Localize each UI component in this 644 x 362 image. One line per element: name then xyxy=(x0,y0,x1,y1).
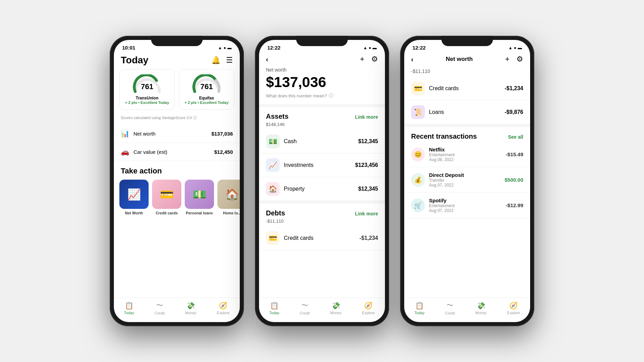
direct-deposit-amount: $500.00 xyxy=(505,177,523,183)
back-button-3[interactable]: ‹ xyxy=(411,55,414,63)
status-icons-2: ▲ ● ▬ xyxy=(363,45,377,50)
nav-explore-3[interactable]: 🧭 Explore xyxy=(507,301,520,315)
assets-link[interactable]: Link more xyxy=(355,114,378,120)
nav-explore-2[interactable]: 🧭 Explore xyxy=(362,301,375,315)
nav-today-3[interactable]: 📋 Today xyxy=(415,301,425,315)
scores-note: Scores calculated using VantageScore 3.0… xyxy=(114,115,240,125)
equifax-change: + 2 pts • Excellent Today xyxy=(184,100,228,105)
signal-icon-3: ▲ xyxy=(508,45,513,50)
nav-today-1[interactable]: 📋 Today xyxy=(124,301,134,315)
money-icon-1: 💸 xyxy=(186,301,195,310)
netflix-sub: Entertainment xyxy=(429,152,455,157)
spotify-sub: Entertainment xyxy=(429,203,455,208)
direct-deposit-name: Direct Deposit xyxy=(429,172,464,178)
loans-card-label: Personal loans xyxy=(186,211,213,215)
explore-icon-2: 🧭 xyxy=(364,301,373,310)
status-time-2: 12:22 xyxy=(267,45,280,51)
nav-credit-3[interactable]: 〜 Credit xyxy=(445,301,455,315)
transunion-gauge: 761 xyxy=(132,74,163,94)
direct-deposit-tx[interactable]: 💰 Direct Deposit Transfer Aug 07, 2022 $… xyxy=(404,167,530,193)
debt-sub-3: -$11,110 xyxy=(404,67,530,77)
equifax-gauge: 761 xyxy=(191,74,222,94)
transunion-change: + 2 pts • Excellent Today xyxy=(125,100,169,105)
nav-explore-1[interactable]: 🧭 Explore xyxy=(217,301,229,315)
signal-icon-2: ▲ xyxy=(363,45,367,50)
recent-tx-title: Recent transactions xyxy=(411,132,477,140)
bell-icon[interactable]: 🔔 xyxy=(211,56,221,65)
gear-button-2[interactable]: ⚙ xyxy=(371,55,378,64)
cash-left: 💵 Cash xyxy=(266,135,297,148)
net-worth-section-label: Net worth xyxy=(259,67,385,74)
property-left: 🏠 Property xyxy=(266,182,304,196)
status-icons-1: ▲ ● ▬ xyxy=(218,45,232,50)
nav-credit-2[interactable]: 〜 Credit xyxy=(300,301,310,315)
action-card-credit[interactable]: 💳 Credit cards xyxy=(152,180,181,215)
nav-money-2[interactable]: 💸 Money xyxy=(330,301,342,315)
battery-icon: ▬ xyxy=(227,45,232,50)
phone-3: 12:22 ▲ ● ▬ ‹ Net worth + ⚙ -$11,110 xyxy=(400,36,534,326)
car-value-left: 🚗 Car value (est) xyxy=(121,148,167,156)
nav-credit-label-2: Credit xyxy=(300,311,310,315)
nav-credit-1[interactable]: 〜 Credit xyxy=(154,301,164,315)
nav-header-2: ‹ + ⚙ xyxy=(259,53,385,67)
back-button-2[interactable]: ‹ xyxy=(266,55,268,63)
spotify-tx[interactable]: 🛒 Spotify Entertainment Aug 07, 2022 -$1… xyxy=(404,193,530,218)
nav-money-3[interactable]: 💸 Money xyxy=(475,301,487,315)
car-value-item[interactable]: 🚗 Car value (est) $12,450 xyxy=(114,143,240,161)
spotify-name: Spotify xyxy=(429,198,455,203)
phone3-loans-item[interactable]: 📜 Loans -$9,876 xyxy=(404,100,530,124)
cash-value: $12,345 xyxy=(358,138,378,145)
netflix-name: Netflix xyxy=(429,147,455,152)
action-card-networth[interactable]: 📈 Net Worth xyxy=(119,180,149,215)
phone3-loans-icon-box: 📜 xyxy=(411,105,425,119)
credit-card-img: 💳 xyxy=(152,180,181,209)
car-value-label: Car value (est) xyxy=(133,149,167,155)
debts-sub: -$11,110 xyxy=(259,219,385,226)
phone3-credit-icon-box: 💳 xyxy=(411,82,425,95)
property-item[interactable]: 🏠 Property $12,345 xyxy=(259,177,385,201)
see-all-link[interactable]: See all xyxy=(508,134,523,140)
nav-today-2[interactable]: 📋 Today xyxy=(269,301,279,315)
screen-content-2: ‹ + ⚙ Net worth $137,036 What does this … xyxy=(259,53,385,322)
transunion-card[interactable]: 761 TransUnion + 2 pts • Excellent Today xyxy=(119,69,175,110)
spotify-date: Aug 07, 2022 xyxy=(429,208,455,213)
divider-2 xyxy=(259,201,385,204)
car-icon: 🚗 xyxy=(121,148,129,156)
header-icons-1: 🔔 ☰ xyxy=(211,56,233,65)
net-worth-main-value: $137,036 xyxy=(259,74,385,93)
direct-deposit-left: 💰 Direct Deposit Transfer Aug 07, 2022 xyxy=(411,172,464,188)
credit-cards-item[interactable]: 💳 Credit cards -$1,234 xyxy=(259,226,385,250)
net-worth-left: 📊 Net worth xyxy=(121,129,155,138)
phone-2: 12:22 ▲ ● ▬ ‹ + ⚙ Net worth $137,036 Wha… xyxy=(255,36,389,326)
nav-money-1[interactable]: 💸 Money xyxy=(185,301,196,315)
investments-label: Investments xyxy=(284,162,313,168)
home-card-label: Home lo... xyxy=(223,211,240,215)
assets-sub: $148,146 xyxy=(259,122,385,130)
assets-header: Assets Link more xyxy=(259,107,385,122)
cash-item[interactable]: 💵 Cash $12,345 xyxy=(259,130,385,153)
equifax-label: Equifax xyxy=(199,96,214,100)
action-card-loans[interactable]: 💵 Personal loans xyxy=(185,180,214,215)
menu-icon[interactable]: ☰ xyxy=(226,56,233,65)
action-card-home[interactable]: 🏠 Home lo... xyxy=(217,180,240,215)
phone1-header: Today 🔔 ☰ xyxy=(114,53,240,69)
phone3-credit-cards-item[interactable]: 💳 Credit cards -$1,234 xyxy=(404,77,530,100)
netflix-tx[interactable]: 😊 Netflix Entertainment Aug 08, 2022 -$1… xyxy=(404,142,530,167)
car-value-amount: $12,450 xyxy=(214,149,233,155)
nav-explore-label-2: Explore xyxy=(362,311,375,315)
property-value: $12,345 xyxy=(358,186,378,192)
equifax-card[interactable]: 761 Equifax + 2 pts • Excellent Today xyxy=(179,69,234,110)
gear-button-3[interactable]: ⚙ xyxy=(516,55,523,64)
plus-button-2[interactable]: + xyxy=(360,55,364,64)
direct-deposit-sub: Transfer xyxy=(429,178,464,183)
debts-link[interactable]: Link more xyxy=(355,211,378,216)
screen-1: 10:01 ▲ ● ▬ Today 🔔 ☰ xyxy=(114,40,240,322)
investments-item[interactable]: 📈 Investments $123,456 xyxy=(259,153,385,177)
bottom-nav-2: 📋 Today 〜 Credit 💸 Money 🧭 Explore xyxy=(259,298,385,322)
plus-button-3[interactable]: + xyxy=(505,55,509,64)
assets-title: Assets xyxy=(266,113,289,120)
battery-icon-3: ▬ xyxy=(518,45,522,50)
netflix-amount: -$15.49 xyxy=(506,151,523,157)
netflix-details: Netflix Entertainment Aug 08, 2022 xyxy=(429,147,455,162)
net-worth-item[interactable]: 📊 Net worth $137,036 xyxy=(114,125,240,143)
